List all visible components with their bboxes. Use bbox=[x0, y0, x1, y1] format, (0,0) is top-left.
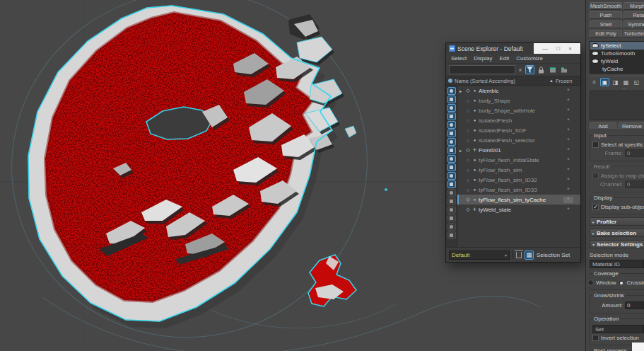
frame-field[interactable]: 0 bbox=[625, 149, 644, 157]
configure-modifier-sets-icon[interactable]: ◱ bbox=[632, 78, 641, 86]
titlebar[interactable]: Scene Explorer - Default — □ × bbox=[446, 43, 580, 54]
amount-field[interactable]: 0 bbox=[625, 301, 644, 309]
display-space-warps-icon[interactable] bbox=[447, 130, 456, 137]
visibility-icon[interactable]: ○ bbox=[465, 138, 471, 143]
find-filter-icon[interactable] bbox=[447, 223, 456, 231]
explorer-row-tyFlow_flesh_sim_ID32[interactable]: ○●tyFlow_flesh_sim_ID32* bbox=[457, 175, 580, 185]
explorer-row-body_Shape[interactable]: ○●body_Shape* bbox=[457, 96, 580, 105]
display-particle-systems-icon[interactable] bbox=[447, 172, 456, 180]
display-frozen-icon[interactable] bbox=[447, 197, 456, 205]
frozen-toggle-icon[interactable]: * bbox=[563, 207, 573, 213]
frozen-toggle-icon[interactable]: * bbox=[563, 157, 573, 163]
invert-selection-checkbox[interactable] bbox=[592, 335, 599, 341]
visibility-icon[interactable]: ○ bbox=[465, 168, 471, 173]
explorer-row-tyFlow_flesh_sim_tyCache[interactable]: ◇●tyFlow_flesh_sim_tyCache* bbox=[457, 195, 580, 205]
rollout-selector-settings[interactable]: ▾ Selector Settings bbox=[590, 240, 644, 248]
edit-poly-modifier-button[interactable]: Edit Poly bbox=[590, 30, 622, 38]
menu-display[interactable]: Display bbox=[474, 55, 492, 62]
visibility-icon[interactable]: ○ bbox=[465, 108, 471, 113]
relax-modifier-button[interactable]: Relax bbox=[623, 11, 644, 19]
eye-icon[interactable] bbox=[592, 43, 599, 48]
display-lights-icon[interactable] bbox=[447, 104, 456, 112]
select-children-icon[interactable] bbox=[447, 214, 456, 222]
meshsmooth-modifier-button[interactable]: MeshSmooth bbox=[590, 2, 622, 10]
visibility-icon[interactable]: ○ bbox=[465, 178, 471, 183]
mesh-fragment[interactable] bbox=[308, 255, 356, 306]
maximize-button[interactable]: □ bbox=[556, 45, 560, 52]
close-button[interactable]: × bbox=[568, 45, 572, 52]
visibility-icon[interactable]: ○ bbox=[465, 98, 471, 103]
filter-funnel-icon[interactable] bbox=[525, 65, 534, 74]
menu-select[interactable]: Select bbox=[451, 55, 467, 62]
explorer-row-tyFlow_flesh_initialState[interactable]: ○●tyFlow_flesh_initialState* bbox=[457, 155, 580, 165]
eye-icon[interactable] bbox=[592, 59, 599, 64]
frozen-toggle-icon[interactable]: * bbox=[563, 127, 573, 134]
select-at-frame-checkbox[interactable] bbox=[592, 142, 599, 148]
explorer-row-body_Shape_withHole[interactable]: ○●body_Shape_withHole* bbox=[457, 105, 580, 115]
frozen-toggle-icon[interactable]: * bbox=[563, 167, 573, 173]
add-button[interactable]: Add bbox=[590, 122, 616, 130]
window-radio[interactable] bbox=[587, 280, 594, 286]
explorer-row-Alembic[interactable]: ▸◇●Alembic* bbox=[457, 86, 580, 96]
frozen-toggle-icon[interactable]: * bbox=[563, 98, 573, 104]
display-containers-icon[interactable] bbox=[447, 163, 456, 171]
display-bones-icon[interactable] bbox=[447, 155, 456, 163]
turbosmooth-modifier-button[interactable]: TurboSmooth bbox=[623, 30, 644, 38]
selection-source-list[interactable] bbox=[590, 91, 644, 120]
pin-stack-icon[interactable]: ◊ bbox=[590, 78, 599, 86]
visibility-icon[interactable]: ◇ bbox=[465, 197, 471, 202]
crossing-radio[interactable] bbox=[618, 280, 624, 286]
morpher-modifier-button[interactable]: Morpher bbox=[623, 2, 644, 10]
explorer-row-isolatedFlesh[interactable]: ○●isolatedFlesh* bbox=[457, 115, 580, 125]
show-end-result-icon[interactable]: ▣ bbox=[600, 78, 609, 86]
stack-item-tySelect[interactable]: tySelect bbox=[590, 42, 644, 50]
assign-map-channel-checkbox[interactable] bbox=[592, 173, 599, 179]
container-closed-icon[interactable] bbox=[559, 65, 568, 74]
visibility-icon[interactable]: ◇ bbox=[465, 88, 471, 93]
frozen-toggle-icon[interactable]: * bbox=[563, 197, 573, 203]
search-input[interactable] bbox=[449, 65, 515, 74]
stack-item-tyWeld[interactable]: tyWeld bbox=[590, 57, 644, 65]
delete-selection-set-icon[interactable] bbox=[516, 252, 522, 258]
display-cameras-icon[interactable] bbox=[447, 113, 456, 120]
make-unique-icon[interactable]: ◨ bbox=[611, 78, 620, 86]
shell-modifier-button[interactable]: Shell bbox=[590, 21, 622, 28]
visibility-icon[interactable]: ○ bbox=[465, 158, 471, 163]
push-modifier-button[interactable]: Push bbox=[590, 11, 622, 19]
visibility-icon[interactable]: ○ bbox=[465, 128, 471, 133]
stack-item-tyCache[interactable]: tyCache bbox=[590, 65, 644, 73]
explorer-row-Point001[interactable]: ▸◇+Point001* bbox=[457, 145, 580, 155]
display-groups-icon[interactable] bbox=[447, 138, 456, 146]
expand-icon[interactable]: ▸ bbox=[459, 88, 464, 93]
clear-search-icon[interactable]: × bbox=[517, 67, 523, 74]
explorer-row-tyFlow_flesh_sim[interactable]: ○●tyFlow_flesh_sim* bbox=[457, 165, 580, 175]
channel-field[interactable]: 0 bbox=[625, 180, 644, 188]
frozen-toggle-icon[interactable]: * bbox=[563, 187, 573, 193]
explorer-row-isolatedFlesh_selector[interactable]: ○●isolatedFlesh_selector* bbox=[457, 135, 580, 145]
visibility-icon[interactable]: ○ bbox=[465, 188, 471, 192]
menu-customize[interactable]: Customize bbox=[516, 55, 543, 62]
selection-set-dropdown[interactable]: Default ▾ bbox=[449, 251, 510, 260]
name-column-header[interactable]: Name (Sorted Ascending) bbox=[455, 78, 547, 84]
frozen-toggle-icon[interactable]: * bbox=[563, 177, 573, 183]
frozen-toggle-icon[interactable]: * bbox=[563, 108, 573, 114]
visibility-icon[interactable]: ○ bbox=[465, 118, 471, 123]
menu-edit[interactable]: Edit bbox=[499, 55, 509, 62]
display-subobjects-checkbox[interactable] bbox=[592, 204, 599, 210]
selection-set-grid-icon[interactable]: ▦ bbox=[525, 251, 534, 260]
visibility-icon[interactable]: ◇ bbox=[465, 207, 471, 212]
explorer-row-tyFlow_flesh_sim_ID33[interactable]: ○●tyFlow_flesh_sim_ID33* bbox=[457, 185, 580, 195]
display-hidden-icon[interactable] bbox=[447, 206, 456, 214]
frozen-column-header[interactable]: Frozen bbox=[556, 78, 578, 84]
explorer-settings-icon[interactable] bbox=[447, 231, 456, 239]
expand-icon[interactable]: ▸ bbox=[459, 148, 464, 153]
remove-button[interactable]: Remove bbox=[619, 122, 644, 130]
operation-dropdown[interactable]: Set ▾ bbox=[592, 325, 644, 333]
column-headers[interactable]: Name (Sorted Ascending) ▲ Frozen bbox=[446, 76, 580, 86]
visibility-icon[interactable]: ◇ bbox=[465, 147, 471, 153]
display-geometry-icon[interactable] bbox=[447, 87, 456, 95]
minimize-button[interactable]: — bbox=[542, 45, 548, 52]
symmetry-modifier-button[interactable]: Symmetry bbox=[623, 21, 644, 28]
display-shapes-icon[interactable] bbox=[447, 96, 456, 103]
rollout-bake-selection[interactable]: ▸ Bake selection bbox=[590, 229, 644, 237]
